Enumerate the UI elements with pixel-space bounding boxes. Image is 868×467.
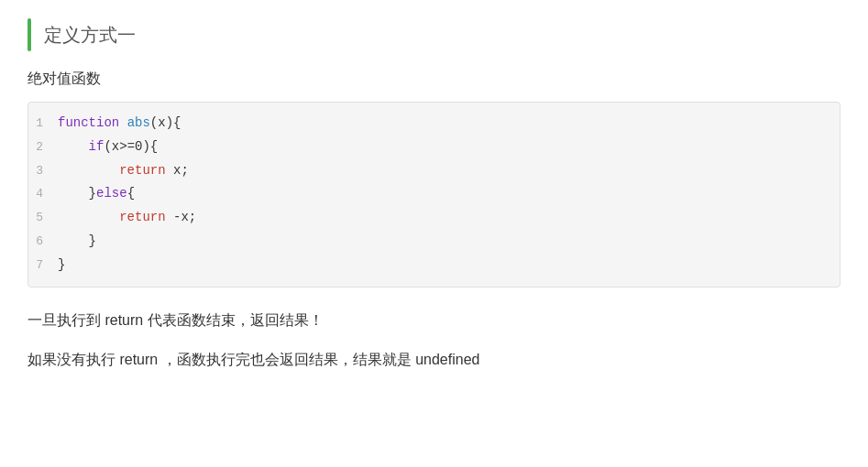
- line-number: 6: [28, 232, 58, 252]
- green-bar: [27, 18, 31, 51]
- line-number: 2: [28, 137, 58, 157]
- section-title-block: 定义方式一: [27, 18, 841, 51]
- code-content: if(x>=0){: [58, 136, 158, 158]
- line-number: 1: [28, 114, 58, 134]
- code-block: 1function abs(x){2 if(x>=0){3 return x;4…: [27, 102, 841, 288]
- paragraph-1: 一旦执行到 return 代表函数结束，返回结果！: [27, 308, 841, 332]
- subtitle: 绝对值函数: [27, 70, 841, 89]
- line-number: 7: [28, 255, 58, 276]
- code-line: 5 return -x;: [28, 206, 840, 230]
- line-number: 3: [28, 161, 58, 181]
- code-line: 2 if(x>=0){: [28, 136, 840, 159]
- code-content: return -x;: [58, 207, 196, 229]
- code-line: 1function abs(x){: [28, 112, 840, 136]
- code-content: function abs(x){: [58, 113, 181, 135]
- line-number: 4: [28, 184, 58, 204]
- code-line: 4 }else{: [28, 182, 840, 206]
- code-content: }: [58, 231, 96, 253]
- code-content: }else{: [58, 183, 135, 205]
- code-line: 6 }: [28, 230, 840, 254]
- code-line: 7}: [28, 254, 840, 277]
- line-number: 5: [28, 208, 58, 228]
- code-line: 3 return x;: [28, 159, 840, 183]
- code-content: return x;: [58, 160, 189, 182]
- code-content: }: [58, 255, 65, 277]
- section-title: 定义方式一: [44, 18, 136, 51]
- paragraph-2: 如果没有执行 return ，函数执行完也会返回结果，结果就是 undefine…: [27, 347, 841, 372]
